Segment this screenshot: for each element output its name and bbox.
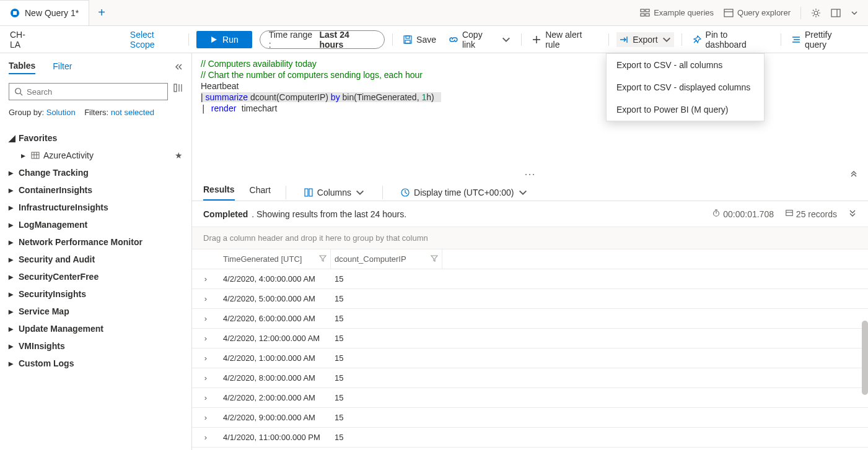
table-row[interactable]: ›4/2/2020, 1:00:00.000 AM15 bbox=[192, 348, 868, 368]
run-button[interactable]: Run bbox=[196, 31, 252, 48]
display-time-button[interactable]: Display time (UTC+00:00) bbox=[398, 185, 530, 200]
svg-rect-12 bbox=[406, 36, 410, 38]
example-queries-icon bbox=[640, 8, 650, 18]
chevron-down-icon bbox=[355, 188, 365, 197]
solution-group[interactable]: ▸Network Performance Monitor bbox=[9, 233, 183, 251]
caret-right-icon: ▸ bbox=[9, 306, 15, 316]
example-queries-button[interactable]: Example queries bbox=[640, 8, 714, 18]
table-row[interactable]: ›4/2/2020, 2:00:00.000 AM15 bbox=[192, 388, 868, 408]
export-button[interactable]: Export bbox=[616, 32, 673, 47]
scope-name: CH-LA bbox=[10, 30, 36, 50]
solution-group[interactable]: ▸SecurityInsights bbox=[9, 285, 183, 303]
status-completed: Completed bbox=[203, 209, 248, 219]
column-header-timegenerated[interactable]: TimeGenerated [UTC] bbox=[219, 249, 331, 269]
column-toggle-button[interactable] bbox=[173, 83, 183, 100]
panel-toggle-button[interactable] bbox=[831, 8, 841, 18]
solution-group[interactable]: ▸Custom Logs bbox=[9, 355, 183, 372]
expand-row-button[interactable]: › bbox=[192, 393, 219, 402]
filter-tab[interactable]: Filter bbox=[53, 61, 72, 74]
pin-to-dashboard-button[interactable]: Pin to dashboard bbox=[690, 27, 773, 52]
svg-rect-6 bbox=[724, 9, 733, 17]
expand-row-button[interactable]: › bbox=[192, 294, 219, 303]
new-alert-rule-button[interactable]: New alert rule bbox=[529, 27, 601, 52]
expand-row-button[interactable]: › bbox=[192, 353, 219, 363]
export-powerbi[interactable]: Export to Power BI (M query) bbox=[607, 98, 764, 121]
solution-group[interactable]: ▸SecurityCenterFree bbox=[9, 268, 183, 285]
svg-rect-4 bbox=[641, 14, 644, 16]
columns-button[interactable]: Columns bbox=[301, 185, 367, 200]
solution-group[interactable]: ▸ContainerInsights bbox=[9, 181, 183, 199]
save-icon bbox=[403, 35, 413, 45]
solution-group[interactable]: ▸Update Management bbox=[9, 320, 183, 337]
table-row[interactable]: ›4/1/2020, 11:00:00.000 PM15 bbox=[192, 428, 868, 448]
caret-right-icon: ▸ bbox=[9, 324, 15, 334]
expand-row-button[interactable]: › bbox=[192, 334, 219, 343]
solution-group[interactable]: ▸Change Tracking bbox=[9, 164, 183, 181]
solution-group[interactable]: ▸Service Map bbox=[9, 303, 183, 320]
expand-row-button[interactable]: › bbox=[192, 373, 219, 383]
cell-dcount: 15 bbox=[331, 413, 442, 422]
tables-tab[interactable]: Tables bbox=[9, 61, 35, 74]
query-tab-title: New Query 1* bbox=[25, 8, 79, 18]
export-csv-displayed[interactable]: Export to CSV - displayed columns bbox=[607, 76, 764, 98]
query-explorer-button[interactable]: Query explorer bbox=[724, 8, 791, 18]
group-drop-zone[interactable]: Drag a column header and drop it here to… bbox=[192, 227, 868, 249]
caret-right-icon: ▸ bbox=[9, 202, 15, 212]
collapse-editor-button[interactable] bbox=[849, 168, 858, 177]
table-row[interactable]: ›4/2/2020, 6:00:00.000 AM15 bbox=[192, 309, 868, 329]
table-row[interactable]: ›4/2/2020, 12:00:00.000 AM15 bbox=[192, 329, 868, 348]
select-scope-button[interactable]: Select Scope bbox=[130, 30, 181, 50]
caret-right-icon: ▸ bbox=[9, 289, 15, 299]
cell-timegenerated: 4/2/2020, 9:00:00.000 AM bbox=[219, 413, 331, 422]
table-row[interactable]: ›4/2/2020, 4:00:00.000 AM15 bbox=[192, 269, 868, 289]
save-button[interactable]: Save bbox=[400, 32, 439, 47]
svg-rect-18 bbox=[32, 152, 39, 158]
expand-row-button[interactable]: › bbox=[192, 274, 219, 283]
splitter-handle[interactable]: ⋯ bbox=[192, 171, 868, 181]
cell-timegenerated: 4/2/2020, 2:00:00.000 AM bbox=[219, 393, 331, 402]
copy-link-button[interactable]: Copy link bbox=[446, 27, 514, 52]
filter-icon[interactable] bbox=[431, 254, 438, 264]
query-editor[interactable]: // Computers availability today // Chart… bbox=[192, 53, 868, 171]
sidebar-collapse-button[interactable] bbox=[174, 63, 183, 73]
settings-button[interactable] bbox=[811, 8, 821, 18]
export-csv-all[interactable]: Export to CSV - all columns bbox=[607, 54, 764, 76]
solution-group[interactable]: ▸VMInsights bbox=[9, 337, 183, 355]
caret-right-icon: ▸ bbox=[9, 237, 15, 247]
star-icon[interactable]: ★ bbox=[175, 150, 183, 160]
cell-timegenerated: 4/2/2020, 4:00:00.000 AM bbox=[219, 274, 331, 283]
filter-icon[interactable] bbox=[319, 254, 327, 264]
table-row[interactable]: ›4/2/2020, 8:00:00.000 AM15 bbox=[192, 368, 868, 388]
schema-search-box[interactable] bbox=[9, 83, 168, 100]
solution-group[interactable]: ▸LogManagement bbox=[9, 216, 183, 233]
clock-icon bbox=[400, 188, 410, 197]
schema-sidebar: Tables Filter Group by: Solution Filters… bbox=[0, 53, 192, 450]
svg-rect-5 bbox=[646, 14, 649, 16]
caret-right-icon: ▸ bbox=[9, 185, 15, 195]
column-header-dcount[interactable]: dcount_ComputerIP bbox=[331, 249, 442, 269]
filters-value[interactable]: not selected bbox=[111, 108, 154, 117]
solution-group[interactable]: ▸InfrastructureInsights bbox=[9, 199, 183, 216]
table-row[interactable]: ›4/2/2020, 5:00:00.000 AM15 bbox=[192, 289, 868, 309]
schema-search-input[interactable] bbox=[27, 87, 162, 97]
group-by-value[interactable]: Solution bbox=[46, 108, 76, 117]
expand-row-button[interactable]: › bbox=[192, 314, 219, 323]
solution-group[interactable]: ▸Security and Audit bbox=[9, 251, 183, 268]
favorite-item-azureactivity[interactable]: ▸ AzureActivity ★ bbox=[9, 147, 183, 164]
prettify-query-button[interactable]: Prettify query bbox=[789, 27, 858, 52]
query-tab[interactable]: New Query 1* bbox=[0, 0, 89, 25]
chevron-down-button[interactable] bbox=[851, 9, 858, 17]
svg-rect-22 bbox=[305, 189, 308, 196]
double-chevron-up-icon bbox=[849, 168, 858, 177]
expand-results-button[interactable] bbox=[848, 209, 857, 219]
expand-row-button[interactable]: › bbox=[192, 413, 219, 422]
new-tab-button[interactable]: + bbox=[89, 6, 114, 20]
results-tab[interactable]: Results bbox=[203, 184, 235, 201]
expand-row-button[interactable]: › bbox=[192, 433, 219, 442]
vertical-scrollbar[interactable] bbox=[862, 321, 868, 395]
favorites-group[interactable]: ◢ Favorites bbox=[9, 129, 183, 147]
gear-icon bbox=[811, 8, 821, 18]
time-range-picker[interactable]: Time range : Last 24 hours bbox=[260, 30, 385, 49]
table-row[interactable]: ›4/2/2020, 9:00:00.000 AM15 bbox=[192, 408, 868, 428]
chart-tab[interactable]: Chart bbox=[250, 185, 271, 200]
